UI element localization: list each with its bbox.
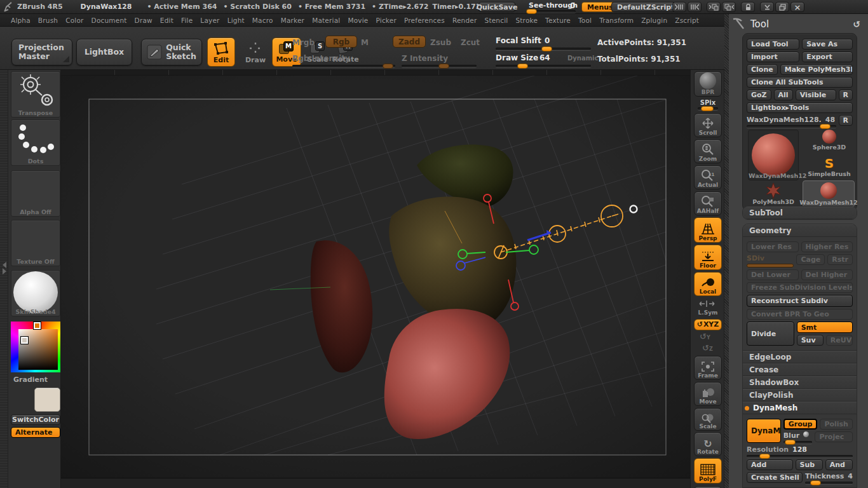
suv-button[interactable]: Suv xyxy=(797,335,824,346)
menu-material[interactable]: Material xyxy=(311,15,341,25)
divide-button[interactable]: Divide xyxy=(747,322,794,346)
dynamic-label[interactable]: Dynamic xyxy=(567,55,598,62)
close-window-icon[interactable]: × xyxy=(790,2,804,12)
goz-button[interactable]: GoZ xyxy=(747,90,771,100)
alternate-button[interactable]: Alternate xyxy=(11,427,60,438)
menu-zscript[interactable]: Zscript xyxy=(674,15,700,25)
draw-mode-button[interactable]: Draw xyxy=(243,37,268,67)
current-tool-slider[interactable]: WaxDynaMesh128.48 xyxy=(747,115,836,128)
transpose-stroke-thumb[interactable]: Transpose xyxy=(11,71,60,118)
zcut-button[interactable]: Zcut xyxy=(461,38,480,47)
default-zscript-button[interactable]: DefaultZScript xyxy=(611,2,680,12)
rgb-button[interactable]: Rgb xyxy=(325,36,357,48)
cage-button[interactable]: Cage xyxy=(796,254,825,265)
rotate-y-icon[interactable]: ↺Y xyxy=(700,332,710,341)
lightbox-tools-button[interactable]: Lightbox▸Tools xyxy=(747,102,853,113)
zsub-button[interactable]: Zsub xyxy=(430,38,451,47)
add-button[interactable]: Add xyxy=(747,459,793,470)
higher-res-button[interactable]: Higher Res xyxy=(801,241,853,252)
next-interface-icon[interactable] xyxy=(688,2,702,12)
focal-shift-slider[interactable] xyxy=(496,48,591,50)
convert-bpr-button[interactable]: Convert BPR To Geo xyxy=(747,309,853,320)
frame-button[interactable]: Frame xyxy=(694,356,722,380)
clone-button[interactable]: Clone xyxy=(747,64,778,75)
zoom-button[interactable]: Zoom xyxy=(694,139,722,163)
menu-texture[interactable]: Texture xyxy=(545,15,571,25)
main-color-swatch[interactable] xyxy=(34,388,60,412)
menu-edit[interactable]: Edit xyxy=(159,15,174,25)
floor-button[interactable]: Floor xyxy=(694,245,722,270)
menu-brush[interactable]: Brush xyxy=(37,15,58,25)
subtool-section-header[interactable]: SubTool xyxy=(743,207,857,219)
group-button[interactable]: Group xyxy=(783,419,818,430)
viewport[interactable] xyxy=(61,70,690,478)
menu-layer[interactable]: Layer xyxy=(200,15,220,25)
stroke-dots-thumb[interactable]: Dots xyxy=(11,119,60,166)
goz-all-button[interactable]: All xyxy=(774,90,793,100)
menu-render[interactable]: Render xyxy=(452,15,478,25)
tool-r-button[interactable]: R xyxy=(839,115,853,126)
load-tool-button[interactable]: Load Tool xyxy=(747,39,799,50)
strip-move-button[interactable]: Move xyxy=(694,382,722,406)
next-document-icon[interactable] xyxy=(722,2,736,12)
rotate-z-icon[interactable]: ↺Z xyxy=(702,343,713,353)
sub-button[interactable]: Sub xyxy=(796,459,823,470)
quick-sketch-button[interactable]: QuickSketch xyxy=(141,39,202,65)
zadd-button[interactable]: Zadd xyxy=(393,36,426,48)
polyframe-button[interactable]: PolyF xyxy=(694,458,722,484)
strip-rotate-button[interactable]: ↻ Rotate xyxy=(694,432,722,456)
local-button[interactable]: Local xyxy=(694,272,722,296)
quicksave-button[interactable]: QuickSave xyxy=(478,2,515,12)
edit-mode-button[interactable]: Edit xyxy=(207,37,235,67)
goz-r-button[interactable]: R xyxy=(839,90,853,100)
tray-divider[interactable] xyxy=(0,70,8,488)
menu-marker[interactable]: Marker xyxy=(280,15,306,25)
goz-visible-button[interactable]: Visible xyxy=(796,90,836,100)
menu-stencil[interactable]: Stencil xyxy=(484,15,509,25)
rstr-button[interactable]: Rstr xyxy=(827,254,853,265)
simplebrush-thumbnail[interactable]: S SimpleBrush xyxy=(804,156,855,182)
project-button[interactable]: Projec xyxy=(815,431,853,442)
dynamesh-button[interactable]: DynaMesh xyxy=(747,419,781,443)
edgeloop-section-header[interactable]: EdgeLoop xyxy=(743,351,857,363)
prev-document-icon[interactable] xyxy=(707,2,721,12)
geometry-section-header[interactable]: Geometry xyxy=(743,224,857,237)
menu-draw[interactable]: Draw xyxy=(134,15,153,25)
minimize-icon[interactable] xyxy=(760,2,774,12)
recent-tool-thumbnail-selected[interactable]: WaxDynaMesh12 xyxy=(803,180,855,207)
menu-preferences[interactable]: Preferences xyxy=(403,15,445,25)
tray-collapse-arrows-icon[interactable] xyxy=(1,261,8,274)
actual-size-button[interactable]: x1 Actual xyxy=(694,165,722,189)
restore-window-icon[interactable] xyxy=(775,2,789,12)
gradient-label[interactable]: Gradient xyxy=(11,376,60,386)
mrgb-button[interactable]: Mrgb xyxy=(292,38,315,47)
polish-button[interactable]: Polish xyxy=(820,419,853,430)
menu-stroke[interactable]: Stroke xyxy=(515,15,538,25)
lightbox-button[interactable]: LightBox xyxy=(76,39,132,65)
dynamesh-section-header[interactable]: DynaMesh xyxy=(743,402,857,414)
spix-slider[interactable] xyxy=(698,107,718,110)
import-button[interactable]: Import xyxy=(747,51,799,62)
bpr-button[interactable]: BPR xyxy=(694,71,722,97)
del-lower-button[interactable]: Del Lower xyxy=(747,269,799,280)
menu-transform[interactable]: Transform xyxy=(599,15,634,25)
m-button[interactable]: M xyxy=(361,38,369,47)
strip-scale-button[interactable]: Scale xyxy=(694,408,722,431)
crease-section-header[interactable]: Crease xyxy=(743,363,857,376)
panel-reset-icon[interactable]: ↺ xyxy=(853,19,860,29)
menu-light[interactable]: Light xyxy=(227,15,245,25)
polymesh3d-thumbnail[interactable]: PolyMesh3D xyxy=(748,183,799,207)
lower-res-button[interactable]: Lower Res xyxy=(747,241,799,252)
export-button[interactable]: Export xyxy=(802,51,853,62)
projection-master-button[interactable]: ProjectionMaster xyxy=(11,39,72,65)
prev-interface-icon[interactable] xyxy=(672,2,686,12)
reconstruct-subdiv-button[interactable]: Reconstruct Subdiv xyxy=(747,295,853,307)
saturation-square[interactable] xyxy=(18,329,58,370)
panel-divider[interactable] xyxy=(724,14,729,488)
menu-document[interactable]: Document xyxy=(91,15,128,25)
hue-marker[interactable] xyxy=(34,322,41,329)
save-as-button[interactable]: Save As xyxy=(802,39,853,50)
see-through-slider[interactable] xyxy=(526,10,576,13)
create-shell-button[interactable]: Create Shell xyxy=(747,472,803,483)
menu-picker[interactable]: Picker xyxy=(375,15,397,25)
